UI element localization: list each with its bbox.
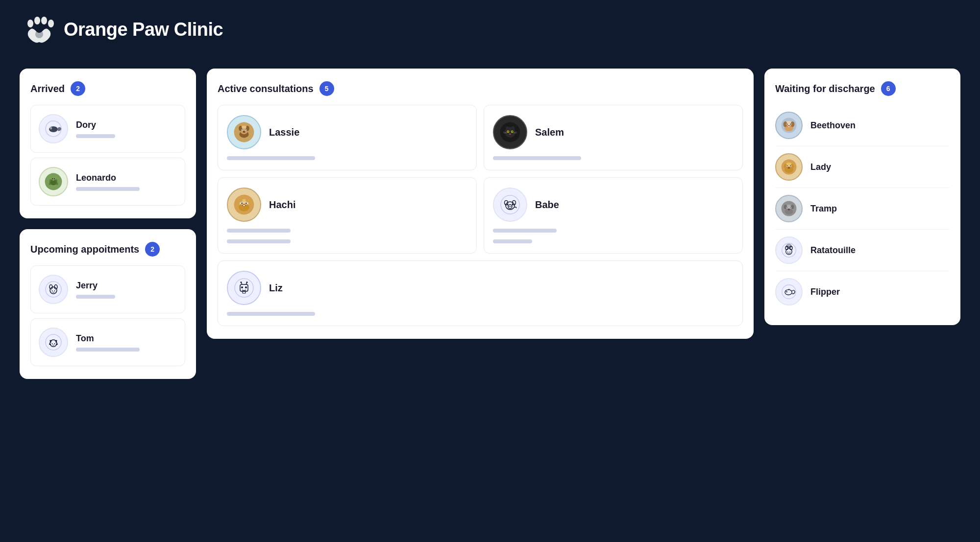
svg-point-126 (789, 252, 790, 253)
patient-jerry[interactable]: Jerry (30, 265, 185, 313)
salem-top: Salem (493, 115, 734, 149)
lady-avatar (775, 153, 803, 181)
svg-point-27 (52, 343, 53, 344)
babe-avatar (493, 188, 527, 222)
babe-skeletons (493, 229, 734, 243)
salem-skeletons (493, 156, 734, 160)
svg-point-2 (41, 17, 47, 24)
svg-rect-98 (788, 126, 789, 127)
svg-point-51 (512, 131, 513, 132)
svg-point-112 (784, 205, 787, 209)
svg-point-15 (55, 179, 57, 182)
clinic-logo (24, 15, 54, 44)
patient-dory[interactable]: Dory (30, 105, 185, 153)
consultations-header: Active consultations 5 (218, 81, 743, 96)
svg-point-96 (790, 124, 791, 125)
discharge-beethoven[interactable]: Beethoven (775, 105, 950, 146)
svg-point-14 (49, 179, 51, 182)
ratatouille-name: Ratatouille (810, 245, 856, 256)
babe-name: Babe (535, 199, 559, 211)
svg-point-12 (49, 183, 51, 185)
svg-point-50 (508, 131, 509, 132)
svg-point-64 (241, 203, 243, 204)
tramp-name: Tramp (810, 204, 837, 214)
consultation-salem[interactable]: Salem (484, 105, 743, 170)
salem-name: Salem (535, 127, 564, 138)
svg-point-1 (34, 17, 40, 24)
tom-avatar (39, 328, 68, 357)
patient-tom[interactable]: Tom (30, 318, 185, 366)
svg-rect-68 (243, 205, 245, 206)
dory-avatar (39, 114, 68, 143)
discharge-flipper[interactable]: Flipper (775, 271, 950, 312)
consultations-grid: Lassie (218, 105, 743, 326)
svg-point-23 (52, 290, 53, 291)
dory-info: Dory (76, 120, 177, 138)
lassie-skeletons (227, 156, 467, 160)
discharge-tramp[interactable]: Tramp (775, 188, 950, 230)
arrived-panel: Arrived 2 Dory (20, 69, 196, 218)
svg-point-19 (46, 282, 61, 297)
svg-point-113 (790, 205, 794, 209)
consultation-liz[interactable]: Liz (218, 260, 743, 326)
svg-point-129 (786, 291, 787, 293)
upcoming-title: Upcoming appoitments (30, 244, 139, 255)
consultation-babe[interactable]: Babe (484, 177, 743, 254)
tom-name: Tom (76, 333, 177, 344)
svg-point-41 (245, 129, 246, 130)
flipper-avatar (775, 278, 803, 306)
svg-point-65 (245, 203, 247, 204)
discharge-title: Waiting for discharge (775, 83, 875, 94)
svg-point-4 (35, 30, 43, 38)
upcoming-header: Upcoming appoitments 2 (30, 242, 185, 257)
leonardo-name: Leonardo (76, 173, 177, 183)
svg-point-25 (46, 334, 61, 350)
svg-point-18 (54, 178, 55, 179)
salem-avatar (493, 115, 527, 149)
svg-point-61 (245, 198, 249, 203)
jerry-skeleton (76, 295, 115, 299)
svg-point-6 (49, 126, 58, 132)
liz-skeletons (227, 312, 734, 316)
svg-point-116 (787, 207, 788, 208)
liz-name: Liz (269, 283, 283, 294)
svg-point-28 (54, 343, 55, 344)
svg-point-0 (27, 20, 33, 27)
svg-point-119 (782, 243, 796, 257)
lassie-top: Lassie (227, 115, 467, 149)
discharge-lady[interactable]: Lady (775, 146, 950, 188)
leonardo-info: Leonardo (76, 173, 177, 191)
svg-point-79 (235, 279, 253, 297)
svg-point-85 (241, 282, 242, 283)
dory-name: Dory (76, 120, 177, 130)
hachi-skeletons (227, 229, 467, 243)
svg-point-86 (246, 282, 248, 283)
lassie-avatar (227, 115, 261, 149)
left-column: Arrived 2 Dory (20, 69, 196, 379)
svg-point-78 (512, 204, 514, 206)
hachi-name: Hachi (269, 199, 295, 211)
svg-point-43 (242, 126, 246, 129)
svg-point-3 (48, 20, 54, 27)
discharge-ratatouille[interactable]: Ratatouille (775, 230, 950, 271)
discharge-header: Waiting for discharge 6 (775, 81, 950, 96)
consultation-hachi[interactable]: Hachi (218, 177, 477, 254)
flipper-name: Flipper (810, 287, 840, 297)
svg-point-8 (50, 128, 51, 129)
svg-point-95 (786, 124, 787, 125)
consultation-lassie[interactable]: Lassie (218, 105, 477, 170)
svg-point-24 (54, 290, 55, 291)
svg-point-117 (790, 207, 791, 208)
patient-leonardo[interactable]: Leonardo (30, 158, 185, 206)
svg-point-81 (241, 286, 243, 288)
right-column: Waiting for discharge 6 (764, 69, 960, 325)
svg-point-60 (239, 198, 243, 203)
upcoming-badge: 2 (145, 242, 160, 257)
svg-point-73 (509, 206, 510, 207)
svg-point-42 (243, 131, 245, 132)
discharge-panel: Waiting for discharge 6 (764, 69, 960, 325)
center-column: Active consultations 5 (207, 69, 754, 339)
svg-point-106 (786, 165, 787, 166)
clinic-name: Orange Paw Clinic (64, 19, 223, 40)
svg-point-74 (511, 206, 512, 207)
